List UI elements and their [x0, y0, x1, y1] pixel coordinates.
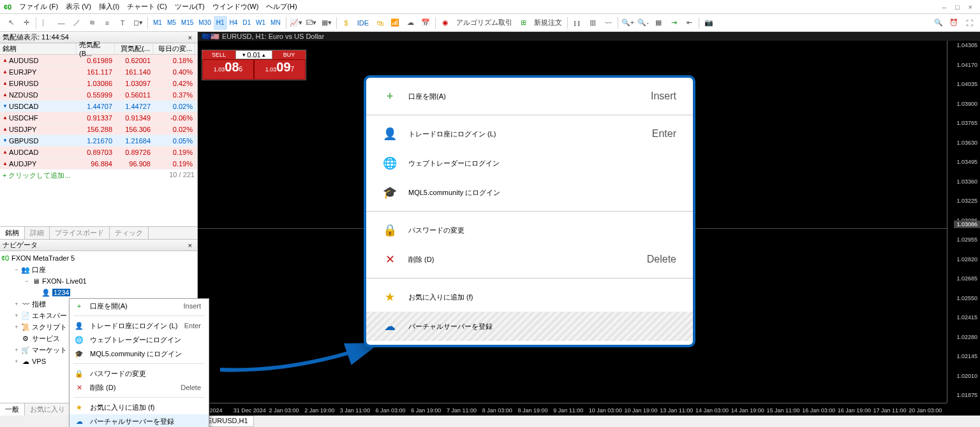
indicators-icon[interactable]: 🗠▾: [304, 16, 318, 30]
vline-icon[interactable]: ⎸: [39, 16, 53, 30]
line-chart-icon[interactable]: 📈▾: [289, 16, 303, 30]
nav-tab[interactable]: お気に入り: [25, 403, 71, 416]
crosshair-icon[interactable]: ✛: [19, 16, 33, 30]
chart-tab[interactable]: EURUSD,H1: [202, 416, 254, 427]
tree-item[interactable]: 👤1234: [0, 287, 197, 298]
ctx-item[interactable]: 🎓MQL5.community にログイン: [70, 347, 209, 361]
mw-tab[interactable]: ティック: [110, 227, 149, 239]
mw-tab[interactable]: 詳細: [25, 227, 50, 239]
col-ask[interactable]: 買気配(...: [115, 43, 153, 54]
ctx-item[interactable]: ☁バーチャルサーバーを登録: [70, 414, 209, 427]
market-watch-row[interactable]: AUDJPY96.88496.9080.19%: [0, 158, 197, 170]
timeframe-M30[interactable]: M30: [196, 16, 213, 30]
ctx-item[interactable]: 🌐ウェブトレーダーにログイン: [366, 148, 693, 178]
vps-cloud-icon[interactable]: ☁: [403, 16, 417, 30]
timeframe-H4[interactable]: H4: [227, 16, 241, 30]
ctx-item[interactable]: ✕削除 (D)Delete: [366, 245, 693, 274]
market-watch-row[interactable]: EURUSD1.030861.030970.42%: [0, 78, 197, 89]
signals-icon[interactable]: 📶: [388, 16, 402, 30]
calendar-icon[interactable]: 📅: [419, 16, 433, 30]
menu-item[interactable]: チャート (C): [123, 1, 170, 11]
ctx-item[interactable]: ☁バーチャルサーバーを登録: [366, 312, 693, 341]
buy-price[interactable]: 1.03097: [254, 59, 306, 80]
minimize-button[interactable]: –: [942, 3, 946, 11]
market-watch-row[interactable]: NZDUSD0.559990.560110.37%: [0, 89, 197, 101]
alerts-icon[interactable]: ⏰: [947, 16, 961, 30]
timeframe-M15[interactable]: M15: [179, 16, 196, 30]
market-watch-row[interactable]: AUDCAD0.897030.897260.19%: [0, 147, 197, 158]
fullscreen-icon[interactable]: ⛶: [962, 16, 976, 30]
menu-item[interactable]: ヘルプ(H): [262, 1, 301, 11]
ctx-item[interactable]: +口座を開(A)Insert: [70, 299, 209, 313]
timeframe-D1[interactable]: D1: [240, 16, 253, 30]
search-icon[interactable]: 🔍: [932, 16, 946, 30]
menu-item[interactable]: ファイル (F): [15, 1, 62, 11]
ctx-item[interactable]: 👤トレードロ座にログイン (L)Enter: [366, 119, 693, 148]
menu-item[interactable]: ツール(T): [171, 1, 209, 11]
timeframe-MN[interactable]: MN: [268, 16, 283, 30]
ctx-item[interactable]: ★お気に入りに追加 (f): [70, 400, 209, 414]
ticket-volume[interactable]: ▾ 0.01 ▴: [235, 50, 272, 59]
ctx-item[interactable]: 👤トレードロ座にログイン (L)Enter: [70, 319, 209, 333]
trendline-icon[interactable]: ／: [70, 16, 84, 30]
market-icon[interactable]: 🛍: [373, 16, 387, 30]
maximize-button[interactable]: □: [955, 3, 960, 11]
nav-tab[interactable]: 一般: [0, 403, 25, 416]
ticket-buy[interactable]: BUY: [272, 50, 306, 59]
col-change[interactable]: 毎日の変...: [153, 43, 195, 54]
tree-item[interactable]: −👥口座: [0, 264, 197, 275]
mw-tab[interactable]: プライスボード: [50, 227, 110, 239]
close-button[interactable]: ×: [969, 3, 972, 11]
ctx-item[interactable]: 🔒パスワードの変更: [366, 215, 693, 245]
menu-item[interactable]: 表示 (V): [62, 1, 95, 11]
market-watch-row[interactable]: USDJPY156.288156.3060.02%: [0, 124, 197, 135]
panel-close-icon[interactable]: ×: [186, 242, 195, 249]
mw-add-label[interactable]: クリックして追加...: [8, 171, 70, 179]
market-watch-row[interactable]: AUDUSD0.619890.620010.18%: [0, 55, 197, 66]
camera-icon[interactable]: 📷: [702, 16, 716, 30]
channel-icon[interactable]: ≋: [85, 16, 99, 30]
tree-item[interactable]: −🖥FXON- Live01: [0, 275, 197, 287]
zoom-out-icon[interactable]: 🔍-: [636, 16, 650, 30]
sell-price[interactable]: 1.03086: [202, 59, 254, 80]
timeframe-H1[interactable]: H1: [214, 16, 227, 30]
bars-icon[interactable]: ▥: [586, 16, 600, 30]
new-order-button[interactable]: 新規注文: [531, 16, 565, 30]
ctx-item[interactable]: ★お気に入りに追加 (f): [366, 282, 693, 312]
tile-icon[interactable]: ▦: [651, 16, 665, 30]
timeframe-M5[interactable]: M5: [165, 16, 179, 30]
algo-trading-button[interactable]: アルゴリズム取引: [454, 16, 515, 30]
ctx-item[interactable]: ✕削除 (D)Delete: [70, 380, 209, 394]
panel-close-icon[interactable]: ×: [186, 34, 195, 41]
shapes-icon[interactable]: ◻▾: [131, 16, 145, 30]
mw-tab[interactable]: 銘柄: [0, 227, 25, 239]
col-bid[interactable]: 売気配(B...: [77, 43, 115, 54]
fibo-icon[interactable]: ≡: [100, 16, 114, 30]
ctx-item[interactable]: 🔒パスワードの変更: [70, 366, 209, 380]
tree-root[interactable]: ¢0FXON MetaTrader 5: [0, 252, 197, 264]
col-symbol[interactable]: 銘柄: [0, 43, 77, 54]
templates-icon[interactable]: ▦▾: [320, 16, 334, 30]
dollar-icon[interactable]: $: [339, 16, 353, 30]
ticket-sell[interactable]: SELL: [202, 50, 235, 59]
timeframe-W1[interactable]: W1: [253, 16, 268, 30]
ctx-item[interactable]: 🌐ウェブトレーダーにログイン: [70, 333, 209, 347]
market-watch-row[interactable]: USDCHF0.913370.91349-0.06%: [0, 112, 197, 124]
market-watch-row[interactable]: EURJPY161.117161.1400.40%: [0, 66, 197, 78]
ctx-item[interactable]: 🎓MQL5.community にログイン: [366, 178, 693, 207]
new-order-plus-icon[interactable]: ⊞: [516, 16, 530, 30]
ide-button[interactable]: IDE: [355, 16, 371, 30]
menu-item[interactable]: 挿入(I): [95, 1, 123, 11]
zoom-in-icon[interactable]: 🔍+: [621, 16, 635, 30]
shift-icon[interactable]: ⇤: [682, 16, 696, 30]
timeframe-M1[interactable]: M1: [151, 16, 165, 30]
ticks-icon[interactable]: 〰: [601, 16, 615, 30]
hline-icon[interactable]: —: [54, 16, 68, 30]
depth-icon[interactable]: ⫿⫿: [570, 16, 584, 30]
one-click-ticket[interactable]: SELL ▾ 0.01 ▴ BUY 1.03086 1.03097: [202, 50, 306, 80]
cursor-icon[interactable]: ↖: [4, 16, 18, 30]
autoscroll-icon[interactable]: ⇥: [667, 16, 681, 30]
stop-icon[interactable]: ◉: [438, 16, 452, 30]
text-icon[interactable]: T: [115, 16, 130, 30]
market-watch-row[interactable]: USDCAD1.447071.447270.02%: [0, 101, 197, 112]
